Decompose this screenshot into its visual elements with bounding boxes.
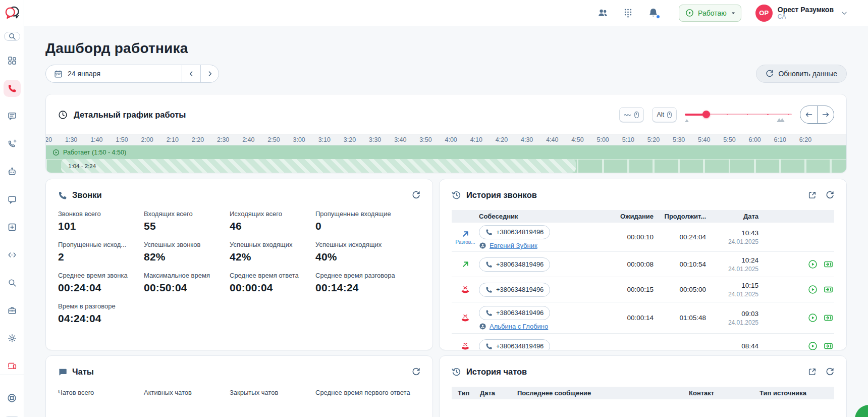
- sidebar-item-integrations[interactable]: [4, 246, 21, 264]
- sidebar-item-workspace[interactable]: [4, 302, 21, 319]
- sidebar-item-settings[interactable]: [4, 330, 21, 347]
- missed-call-icon: [461, 285, 470, 294]
- date-picker-field[interactable]: 24 января: [46, 65, 182, 82]
- call-history-header: Собеседник Ожидание Продолжит... Дата: [452, 210, 834, 223]
- chat-square-icon: [8, 195, 17, 204]
- timeline-selection-label: 1:04 - 2:24: [68, 163, 96, 169]
- prev-day-button[interactable]: [182, 65, 200, 82]
- play-recording-button[interactable]: [808, 313, 818, 323]
- contacts-button[interactable]: [595, 6, 610, 20]
- stat: Пропущенные исход...2: [58, 241, 144, 263]
- axis-tick: 2:20: [192, 136, 204, 143]
- timeline-left-button[interactable]: [800, 106, 817, 123]
- call-duration: 01:05:48: [654, 314, 706, 322]
- stat-label: Входящих всего: [144, 210, 230, 218]
- chat-history-title: История чатов: [466, 367, 527, 377]
- axis-tick: 4:30: [521, 136, 533, 143]
- phone-number: +380634819496: [496, 260, 544, 268]
- chat-history-open-button[interactable]: [808, 368, 817, 376]
- refresh-icon: [766, 70, 774, 78]
- stat-label: Активных чатов: [144, 389, 230, 396]
- open-recording-button[interactable]: [824, 341, 833, 350]
- sidebar-item-dashboard[interactable]: [4, 52, 21, 69]
- chats-refresh-button[interactable]: [412, 368, 420, 376]
- phone-number-chip[interactable]: +380634819496: [479, 283, 550, 297]
- stat-label: Успешных исходящих: [315, 241, 420, 248]
- open-recording-button[interactable]: [824, 313, 833, 323]
- chats-stats: Чатов всегоАктивных чатовЗакрытых чатовС…: [58, 389, 420, 396]
- axis-tick: 1:30: [65, 136, 77, 143]
- timeline-cell: [781, 160, 804, 173]
- open-recording-button[interactable]: [824, 259, 833, 269]
- sidebar-item-help[interactable]: [4, 389, 21, 406]
- stat-label: Максимальное время: [144, 272, 230, 279]
- play-recording-button[interactable]: [808, 341, 818, 350]
- zoom-min-marker: [685, 119, 689, 122]
- mouse-icon: [667, 111, 672, 119]
- sidebar-item-new-call[interactable]: [4, 135, 21, 152]
- play-circle-icon: [52, 149, 60, 156]
- phone-number-chip[interactable]: +380634819496: [479, 257, 550, 272]
- work-status-label: Работает (1:50 - 4:50): [46, 145, 846, 159]
- sidebar-item-search-secondary[interactable]: [4, 274, 21, 291]
- availability-status-select[interactable]: Работаю: [679, 5, 741, 22]
- sidebar: [0, 0, 24, 417]
- plus-box-icon: [8, 223, 17, 232]
- phone-icon: [485, 286, 493, 293]
- app-logo-icon[interactable]: [5, 5, 20, 20]
- sidebar-item-bots[interactable]: [4, 163, 21, 180]
- timeline-selection[interactable]: 1:04 - 2:24: [61, 159, 576, 173]
- notification-badge: [656, 15, 660, 19]
- chat-history-refresh-button[interactable]: [826, 368, 834, 376]
- sidebar-item-devices[interactable]: [4, 357, 21, 375]
- timeline-right-button[interactable]: [817, 106, 834, 123]
- call-time: 10:15: [706, 282, 758, 289]
- phone-number-chip[interactable]: +380634819496: [479, 306, 550, 320]
- axis-tick: 6:20: [799, 136, 811, 143]
- call-history-open-button[interactable]: [808, 191, 817, 199]
- zoom-slider[interactable]: [685, 108, 792, 121]
- scroll-zoom-hint: [619, 107, 644, 122]
- phone-number-chip[interactable]: +380634819496: [479, 225, 550, 239]
- play-recording-button[interactable]: [808, 285, 818, 294]
- timeline-pager: [800, 106, 834, 124]
- stat: Пропущенные входящие0: [315, 210, 420, 232]
- sidebar-item-extensions[interactable]: [4, 219, 21, 236]
- notifications-button[interactable]: [646, 6, 661, 20]
- sidebar-search-button[interactable]: [4, 32, 20, 41]
- arrow-right-icon: [822, 111, 830, 119]
- call-duration: 00:10:54: [654, 260, 706, 268]
- zoom-max-marker: [780, 118, 785, 122]
- axis-tick: 3:50: [419, 136, 431, 143]
- calls-refresh-button[interactable]: [412, 191, 420, 199]
- calls-title: Звонки: [72, 190, 102, 200]
- axis-tick: 5:20: [647, 136, 660, 143]
- stat-value: 00:24:04: [58, 282, 144, 294]
- contact-link[interactable]: Альбина с Глобино: [490, 323, 548, 330]
- stat-label: Успешных звонков: [144, 241, 230, 248]
- refresh-data-button[interactable]: Обновить данные: [756, 65, 847, 83]
- next-day-button[interactable]: [200, 65, 219, 82]
- stat: Среднее время звонка00:24:04: [58, 272, 144, 294]
- timeline-cell: [806, 160, 830, 173]
- sidebar-item-conversations[interactable]: [4, 191, 21, 208]
- play-recording-button[interactable]: [808, 259, 818, 269]
- outgoing-call-icon: [461, 230, 470, 238]
- zoom-slider-handle[interactable]: [702, 111, 710, 118]
- user-menu[interactable]: OP Орест Разумков CA: [755, 5, 848, 22]
- contact-link[interactable]: Евгений Зубник: [490, 242, 537, 249]
- open-recording-button[interactable]: [824, 285, 833, 294]
- phone-number-chip[interactable]: +380634819496: [479, 339, 550, 351]
- phone-icon: [58, 191, 67, 200]
- call-history-refresh-button[interactable]: [826, 191, 834, 199]
- call-date: 24.01.2025: [706, 266, 758, 273]
- play-circle-icon: [808, 259, 818, 269]
- toolbar: 24 января Обновить данные: [45, 65, 847, 83]
- dialpad-button[interactable]: [621, 6, 635, 20]
- mouse-icon: [634, 111, 639, 119]
- recording-box-icon: [824, 341, 833, 350]
- call-history-title: История звонков: [466, 190, 537, 200]
- sidebar-item-calls[interactable]: [4, 80, 21, 97]
- sidebar-item-chats[interactable]: [4, 108, 21, 125]
- col-duration: Продолжит...: [654, 213, 706, 220]
